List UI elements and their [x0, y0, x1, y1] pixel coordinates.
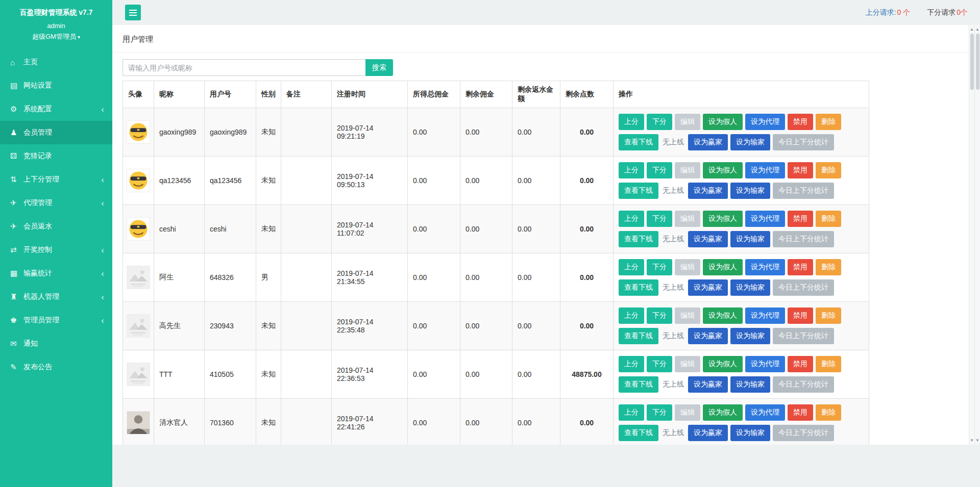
set-agent-button[interactable]: 设为代理 [745, 259, 785, 275]
edit-button[interactable]: 编辑 [675, 162, 700, 178]
deduct-points-button[interactable]: 下分 [647, 356, 672, 372]
today-updown-stats-button[interactable]: 今日上下分统计 [773, 425, 834, 441]
deduct-points-button[interactable]: 下分 [647, 211, 672, 227]
deduct-points-button[interactable]: 下分 [647, 162, 672, 178]
view-downline-button[interactable]: 查看下线 [619, 134, 658, 150]
today-updown-stats-button[interactable]: 今日上下分统计 [773, 376, 834, 393]
add-points-button[interactable]: 上分 [619, 114, 644, 130]
set-agent-button[interactable]: 设为代理 [745, 356, 785, 372]
scroll-up-icon[interactable]: ▲ [969, 27, 974, 32]
menu-toggle-button[interactable] [125, 5, 141, 20]
set-fake-user-button[interactable]: 设为假人 [703, 356, 743, 372]
edit-button[interactable]: 编辑 [675, 259, 700, 275]
view-downline-button[interactable]: 查看下线 [619, 376, 658, 393]
add-points-button[interactable]: 上分 [619, 162, 644, 178]
sidebar-item-bet-records[interactable]: ⚄竞猜记录 [0, 144, 112, 168]
disable-button[interactable]: 禁用 [788, 307, 813, 324]
set-loser-button[interactable]: 设为输家 [730, 425, 770, 441]
outer-scrollbar[interactable]: ▲ ▼ [974, 25, 980, 445]
set-winner-button[interactable]: 设为赢家 [688, 376, 728, 393]
set-winner-button[interactable]: 设为赢家 [688, 231, 728, 247]
search-input[interactable] [122, 59, 365, 76]
set-loser-button[interactable]: 设为输家 [730, 279, 770, 296]
scroll-up-icon[interactable]: ▲ [975, 27, 980, 32]
view-downline-button[interactable]: 查看下线 [619, 328, 658, 344]
add-points-button[interactable]: 上分 [619, 259, 644, 275]
delete-button[interactable]: 删除 [816, 211, 841, 227]
down-requests-link[interactable]: 下分请求0个 [927, 8, 968, 17]
sidebar-item-site-settings[interactable]: ▤网站设置 [0, 74, 112, 97]
sidebar-item-lottery-control[interactable]: ⇄开奖控制‹ [0, 238, 112, 262]
delete-button[interactable]: 删除 [816, 114, 841, 130]
edit-button[interactable]: 编辑 [675, 307, 700, 324]
delete-button[interactable]: 删除 [816, 307, 841, 324]
set-loser-button[interactable]: 设为输家 [730, 328, 770, 344]
today-updown-stats-button[interactable]: 今日上下分统计 [773, 279, 834, 296]
scroll-thumb[interactable] [976, 34, 979, 90]
view-downline-button[interactable]: 查看下线 [619, 183, 658, 199]
set-agent-button[interactable]: 设为代理 [745, 404, 785, 421]
inner-scrollbar[interactable]: ▲ ▼ [969, 25, 974, 445]
edit-button[interactable]: 编辑 [675, 404, 700, 421]
disable-button[interactable]: 禁用 [788, 259, 813, 275]
view-downline-button[interactable]: 查看下线 [619, 231, 658, 247]
set-loser-button[interactable]: 设为输家 [730, 376, 770, 393]
delete-button[interactable]: 删除 [816, 404, 841, 421]
set-fake-user-button[interactable]: 设为假人 [703, 162, 743, 178]
deduct-points-button[interactable]: 下分 [647, 404, 672, 421]
set-fake-user-button[interactable]: 设为假人 [703, 259, 743, 275]
scroll-down-icon[interactable]: ▼ [975, 438, 980, 443]
sidebar-item-agents[interactable]: ✈代理管理‹ [0, 191, 112, 215]
view-downline-button[interactable]: 查看下线 [619, 279, 658, 296]
set-fake-user-button[interactable]: 设为假人 [703, 114, 743, 130]
today-updown-stats-button[interactable]: 今日上下分统计 [773, 183, 834, 199]
sidebar-item-winloss-stats[interactable]: ▦输赢统计‹ [0, 262, 112, 285]
set-agent-button[interactable]: 设为代理 [745, 211, 785, 227]
up-requests-link[interactable]: 上分请求:0 个 [866, 8, 911, 17]
sidebar-item-notifications[interactable]: ✉通知 [0, 332, 112, 355]
set-winner-button[interactable]: 设为赢家 [688, 279, 728, 296]
set-winner-button[interactable]: 设为赢家 [688, 134, 728, 150]
scroll-down-icon[interactable]: ▼ [969, 438, 974, 443]
role-dropdown[interactable]: 超级GM管理员▾ [5, 32, 107, 41]
disable-button[interactable]: 禁用 [788, 211, 813, 227]
sidebar-item-system-config[interactable]: ⚙系统配置‹ [0, 97, 112, 121]
search-button[interactable]: 搜索 [365, 59, 393, 76]
deduct-points-button[interactable]: 下分 [647, 259, 672, 275]
add-points-button[interactable]: 上分 [619, 211, 644, 227]
sidebar-item-robots[interactable]: ♜机器人管理‹ [0, 285, 112, 309]
view-downline-button[interactable]: 查看下线 [619, 425, 658, 441]
set-fake-user-button[interactable]: 设为假人 [703, 211, 743, 227]
set-fake-user-button[interactable]: 设为假人 [703, 404, 743, 421]
deduct-points-button[interactable]: 下分 [647, 307, 672, 324]
sidebar-item-admins[interactable]: ♚管理员管理‹ [0, 309, 112, 332]
delete-button[interactable]: 删除 [816, 259, 841, 275]
today-updown-stats-button[interactable]: 今日上下分统计 [773, 231, 834, 247]
add-points-button[interactable]: 上分 [619, 404, 644, 421]
set-winner-button[interactable]: 设为赢家 [688, 328, 728, 344]
deduct-points-button[interactable]: 下分 [647, 114, 672, 130]
scroll-thumb[interactable] [970, 34, 974, 90]
disable-button[interactable]: 禁用 [788, 114, 813, 130]
sidebar-item-home[interactable]: ⌂主页 [0, 50, 112, 74]
disable-button[interactable]: 禁用 [788, 404, 813, 421]
delete-button[interactable]: 删除 [816, 162, 841, 178]
sidebar-item-members[interactable]: ♟会员管理 [0, 121, 112, 144]
disable-button[interactable]: 禁用 [788, 356, 813, 372]
today-updown-stats-button[interactable]: 今日上下分统计 [773, 328, 834, 344]
set-winner-button[interactable]: 设为赢家 [688, 183, 728, 199]
sidebar-item-announcement[interactable]: ✎发布公告 [0, 355, 112, 379]
set-loser-button[interactable]: 设为输家 [730, 183, 770, 199]
disable-button[interactable]: 禁用 [788, 162, 813, 178]
today-updown-stats-button[interactable]: 今日上下分统计 [773, 134, 834, 150]
set-agent-button[interactable]: 设为代理 [745, 162, 785, 178]
sidebar-item-updown-manage[interactable]: ⇅上下分管理‹ [0, 168, 112, 191]
set-fake-user-button[interactable]: 设为假人 [703, 307, 743, 324]
add-points-button[interactable]: 上分 [619, 307, 644, 324]
sidebar-item-member-rebate[interactable]: ✈会员返水 [0, 215, 112, 238]
edit-button[interactable]: 编辑 [675, 211, 700, 227]
set-winner-button[interactable]: 设为赢家 [688, 425, 728, 441]
set-loser-button[interactable]: 设为输家 [730, 231, 770, 247]
add-points-button[interactable]: 上分 [619, 356, 644, 372]
set-agent-button[interactable]: 设为代理 [745, 114, 785, 130]
